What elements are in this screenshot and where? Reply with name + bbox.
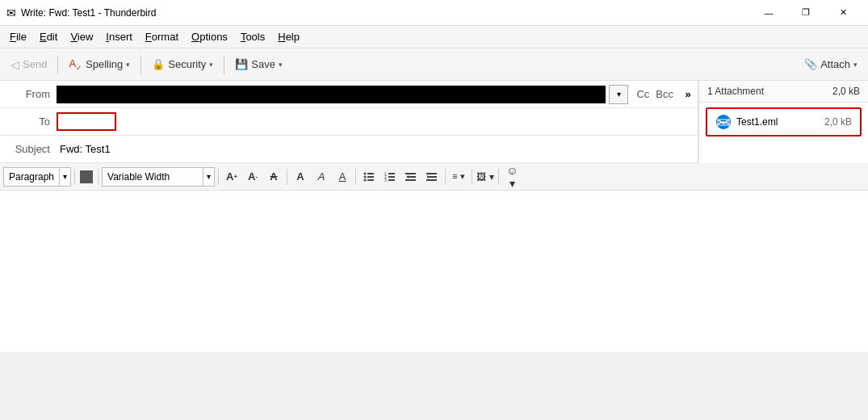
fmt-sep-5 [355,169,356,185]
italic-button[interactable]: A [312,167,331,187]
spelling-button[interactable]: A✓ Spelling ▾ [61,52,137,77]
attachment-panel: 1 Attachment 2,0 kB Test1.eml 2,0 kB [698,81,868,163]
attachment-filename: Test1.eml [736,116,824,128]
minimize-button[interactable]: — [750,0,787,26]
toolbar-separator-2 [140,55,141,74]
paragraph-select-label: Paragraph [4,171,59,183]
underline-button[interactable]: A [333,167,352,187]
menu-edit[interactable]: Edit [33,28,64,45]
to-row: To [0,108,698,136]
svg-point-6 [364,178,367,181]
svg-rect-14 [405,173,416,174]
send-icon: ◁ [10,58,19,71]
attachment-item[interactable]: Test1.eml 2,0 kB [706,107,862,136]
to-full-input[interactable] [116,112,698,131]
attach-button[interactable]: 📎 Attach ▾ [797,52,865,77]
bold-button[interactable]: A [291,167,310,187]
attachment-file-icon [715,114,732,130]
app-icon: ✉ [6,6,16,19]
svg-rect-5 [367,176,374,178]
decrease-font-button[interactable]: A- [243,167,262,187]
more-button[interactable]: » [678,85,698,104]
spelling-dropdown-arrow: ▾ [126,61,130,69]
svg-rect-3 [367,173,374,174]
compose-area: From ▾ Cc Bcc » To Subject Fwd: Test1 1 … [0,81,868,163]
window-title: Write: Fwd: Test1 - Thunderbird [21,7,750,19]
menu-format[interactable]: Format [139,28,185,45]
from-row: From ▾ Cc Bcc » [0,81,698,108]
attach-dropdown-arrow: ▾ [853,61,858,69]
attachment-filesize: 2,0 kB [824,116,852,128]
toolbar-separator-3 [224,55,224,74]
security-button[interactable]: 🔒 Security ▾ [145,52,220,77]
save-button[interactable]: 💾 Save ▾ [228,52,290,77]
emoji-button[interactable]: ☺ ▾ [502,167,522,187]
from-label: From [0,88,57,100]
toolbar-separator-1 [57,55,58,74]
fmt-sep-4 [287,169,287,185]
from-dropdown-button[interactable]: ▾ [609,85,628,104]
svg-rect-15 [408,176,416,178]
security-icon: 🔒 [152,58,165,70]
fmt-sep-1 [74,169,75,185]
menu-help[interactable]: Help [271,28,306,45]
svg-rect-11 [388,176,395,178]
save-dropdown-arrow: ▾ [279,61,283,69]
cc-button[interactable]: Cc [636,88,649,100]
font-select-wrapper[interactable]: Variable Width ▾ [102,167,215,187]
numbered-list-button[interactable]: 1.2.3. [380,167,400,187]
svg-point-2 [364,172,367,174]
indent-button[interactable] [422,167,442,187]
compose-body[interactable] [0,191,868,352]
svg-rect-7 [367,179,374,181]
svg-point-4 [364,175,367,178]
compose-main: From ▾ Cc Bcc » To Subject Fwd: Test1 [0,81,698,163]
svg-rect-19 [426,179,437,181]
svg-rect-13 [388,179,395,181]
bullet-list-button[interactable] [359,167,379,187]
security-dropdown-arrow: ▾ [209,61,213,69]
svg-rect-9 [388,173,395,174]
paragraph-select-wrapper[interactable]: Paragraph ▾ [3,167,71,187]
save-icon: 💾 [235,58,248,70]
from-address-bar [57,86,606,103]
send-button[interactable]: ◁ Send [3,52,54,77]
title-bar: ✉ Write: Fwd: Test1 - Thunderbird — ❐ ✕ [0,0,868,26]
menu-options[interactable]: Options [185,28,234,45]
insert-image-button[interactable]: 🖼 ▾ [476,167,495,187]
to-input-wrapper [57,112,116,131]
to-input[interactable] [58,114,115,129]
svg-text:3.: 3. [384,178,388,183]
svg-rect-17 [426,173,437,174]
paragraph-dropdown-arrow: ▾ [59,168,70,186]
spelling-icon: A✓ [69,57,82,72]
menu-view[interactable]: View [64,28,99,45]
menu-insert[interactable]: Insert [99,28,139,45]
close-button[interactable]: ✕ [824,0,862,26]
to-label: To [0,116,57,128]
format-toolbar: Paragraph ▾ Variable Width ▾ A+ A- A A A… [0,163,868,191]
fmt-sep-6 [445,169,446,185]
svg-rect-16 [405,179,416,181]
menu-file[interactable]: File [3,28,33,45]
outdent-button[interactable] [401,167,421,187]
attachment-total-size: 2,0 kB [832,86,860,97]
remove-format-button[interactable]: A [264,167,283,187]
from-cc-bcc-area: Cc Bcc [631,88,678,100]
attachment-header: 1 Attachment 2,0 kB [699,81,868,103]
align-button[interactable]: ≡ ▾ [449,167,468,187]
text-color-swatch[interactable] [80,170,93,183]
window-controls: — ❐ ✕ [750,0,862,26]
attach-icon: 📎 [804,58,817,70]
fmt-sep-3 [218,169,219,185]
menu-tools[interactable]: Tools [234,28,271,45]
main-toolbar: ◁ Send A✓ Spelling ▾ 🔒 Security ▾ 💾 Save… [0,48,868,81]
svg-rect-18 [429,176,437,178]
bcc-button[interactable]: Bcc [656,88,673,100]
subject-label: Subject [0,143,57,155]
fmt-sep-2 [98,169,99,185]
fmt-sep-8 [498,169,499,185]
increase-font-button[interactable]: A+ [222,167,241,187]
maximize-button[interactable]: ❐ [787,0,824,26]
menu-bar: File Edit View Insert Format Options Too… [0,26,868,48]
